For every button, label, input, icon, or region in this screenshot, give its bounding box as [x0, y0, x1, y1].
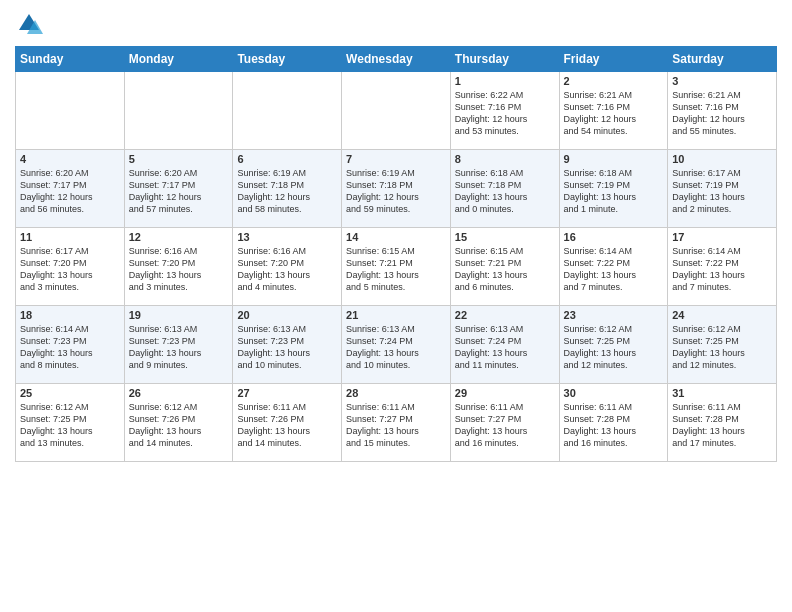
day-cell-13: 13Sunrise: 6:16 AM Sunset: 7:20 PM Dayli… — [233, 228, 342, 306]
day-info: Sunrise: 6:13 AM Sunset: 7:24 PM Dayligh… — [455, 323, 555, 372]
day-number: 2 — [564, 75, 664, 87]
weekday-header-row: SundayMondayTuesdayWednesdayThursdayFrid… — [16, 47, 777, 72]
day-number: 3 — [672, 75, 772, 87]
day-number: 18 — [20, 309, 120, 321]
day-info: Sunrise: 6:18 AM Sunset: 7:19 PM Dayligh… — [564, 167, 664, 216]
day-number: 29 — [455, 387, 555, 399]
day-info: Sunrise: 6:19 AM Sunset: 7:18 PM Dayligh… — [346, 167, 446, 216]
day-number: 26 — [129, 387, 229, 399]
day-cell-24: 24Sunrise: 6:12 AM Sunset: 7:25 PM Dayli… — [668, 306, 777, 384]
day-info: Sunrise: 6:12 AM Sunset: 7:25 PM Dayligh… — [20, 401, 120, 450]
day-cell-15: 15Sunrise: 6:15 AM Sunset: 7:21 PM Dayli… — [450, 228, 559, 306]
day-cell-30: 30Sunrise: 6:11 AM Sunset: 7:28 PM Dayli… — [559, 384, 668, 462]
day-number: 6 — [237, 153, 337, 165]
day-info: Sunrise: 6:11 AM Sunset: 7:27 PM Dayligh… — [455, 401, 555, 450]
day-cell-27: 27Sunrise: 6:11 AM Sunset: 7:26 PM Dayli… — [233, 384, 342, 462]
day-cell-18: 18Sunrise: 6:14 AM Sunset: 7:23 PM Dayli… — [16, 306, 125, 384]
day-cell-17: 17Sunrise: 6:14 AM Sunset: 7:22 PM Dayli… — [668, 228, 777, 306]
day-number: 14 — [346, 231, 446, 243]
day-number: 25 — [20, 387, 120, 399]
week-row-5: 25Sunrise: 6:12 AM Sunset: 7:25 PM Dayli… — [16, 384, 777, 462]
logo — [15, 10, 47, 38]
weekday-header-monday: Monday — [124, 47, 233, 72]
day-info: Sunrise: 6:15 AM Sunset: 7:21 PM Dayligh… — [346, 245, 446, 294]
day-number: 1 — [455, 75, 555, 87]
day-info: Sunrise: 6:11 AM Sunset: 7:27 PM Dayligh… — [346, 401, 446, 450]
day-cell-25: 25Sunrise: 6:12 AM Sunset: 7:25 PM Dayli… — [16, 384, 125, 462]
day-number: 31 — [672, 387, 772, 399]
weekday-header-tuesday: Tuesday — [233, 47, 342, 72]
day-info: Sunrise: 6:11 AM Sunset: 7:28 PM Dayligh… — [672, 401, 772, 450]
day-cell-1: 1Sunrise: 6:22 AM Sunset: 7:16 PM Daylig… — [450, 72, 559, 150]
day-info: Sunrise: 6:11 AM Sunset: 7:28 PM Dayligh… — [564, 401, 664, 450]
day-cell-3: 3Sunrise: 6:21 AM Sunset: 7:16 PM Daylig… — [668, 72, 777, 150]
day-number: 21 — [346, 309, 446, 321]
day-number: 27 — [237, 387, 337, 399]
day-number: 19 — [129, 309, 229, 321]
day-cell-21: 21Sunrise: 6:13 AM Sunset: 7:24 PM Dayli… — [342, 306, 451, 384]
day-cell-28: 28Sunrise: 6:11 AM Sunset: 7:27 PM Dayli… — [342, 384, 451, 462]
week-row-1: 1Sunrise: 6:22 AM Sunset: 7:16 PM Daylig… — [16, 72, 777, 150]
day-info: Sunrise: 6:20 AM Sunset: 7:17 PM Dayligh… — [129, 167, 229, 216]
day-cell-16: 16Sunrise: 6:14 AM Sunset: 7:22 PM Dayli… — [559, 228, 668, 306]
week-row-3: 11Sunrise: 6:17 AM Sunset: 7:20 PM Dayli… — [16, 228, 777, 306]
header — [15, 10, 777, 38]
day-cell-4: 4Sunrise: 6:20 AM Sunset: 7:17 PM Daylig… — [16, 150, 125, 228]
day-info: Sunrise: 6:21 AM Sunset: 7:16 PM Dayligh… — [564, 89, 664, 138]
day-number: 10 — [672, 153, 772, 165]
day-cell-9: 9Sunrise: 6:18 AM Sunset: 7:19 PM Daylig… — [559, 150, 668, 228]
day-info: Sunrise: 6:15 AM Sunset: 7:21 PM Dayligh… — [455, 245, 555, 294]
day-number: 28 — [346, 387, 446, 399]
day-info: Sunrise: 6:13 AM Sunset: 7:23 PM Dayligh… — [129, 323, 229, 372]
day-info: Sunrise: 6:14 AM Sunset: 7:22 PM Dayligh… — [564, 245, 664, 294]
day-number: 23 — [564, 309, 664, 321]
day-info: Sunrise: 6:17 AM Sunset: 7:20 PM Dayligh… — [20, 245, 120, 294]
day-cell-19: 19Sunrise: 6:13 AM Sunset: 7:23 PM Dayli… — [124, 306, 233, 384]
empty-cell — [124, 72, 233, 150]
day-cell-31: 31Sunrise: 6:11 AM Sunset: 7:28 PM Dayli… — [668, 384, 777, 462]
day-number: 20 — [237, 309, 337, 321]
day-cell-10: 10Sunrise: 6:17 AM Sunset: 7:19 PM Dayli… — [668, 150, 777, 228]
day-number: 8 — [455, 153, 555, 165]
day-cell-2: 2Sunrise: 6:21 AM Sunset: 7:16 PM Daylig… — [559, 72, 668, 150]
day-cell-11: 11Sunrise: 6:17 AM Sunset: 7:20 PM Dayli… — [16, 228, 125, 306]
day-number: 4 — [20, 153, 120, 165]
weekday-header-thursday: Thursday — [450, 47, 559, 72]
day-number: 16 — [564, 231, 664, 243]
day-number: 9 — [564, 153, 664, 165]
day-info: Sunrise: 6:16 AM Sunset: 7:20 PM Dayligh… — [129, 245, 229, 294]
day-cell-5: 5Sunrise: 6:20 AM Sunset: 7:17 PM Daylig… — [124, 150, 233, 228]
day-number: 17 — [672, 231, 772, 243]
day-info: Sunrise: 6:20 AM Sunset: 7:17 PM Dayligh… — [20, 167, 120, 216]
day-cell-8: 8Sunrise: 6:18 AM Sunset: 7:18 PM Daylig… — [450, 150, 559, 228]
day-number: 24 — [672, 309, 772, 321]
day-number: 30 — [564, 387, 664, 399]
day-number: 22 — [455, 309, 555, 321]
day-cell-29: 29Sunrise: 6:11 AM Sunset: 7:27 PM Dayli… — [450, 384, 559, 462]
day-info: Sunrise: 6:11 AM Sunset: 7:26 PM Dayligh… — [237, 401, 337, 450]
day-info: Sunrise: 6:13 AM Sunset: 7:23 PM Dayligh… — [237, 323, 337, 372]
day-info: Sunrise: 6:21 AM Sunset: 7:16 PM Dayligh… — [672, 89, 772, 138]
day-number: 5 — [129, 153, 229, 165]
empty-cell — [16, 72, 125, 150]
day-number: 13 — [237, 231, 337, 243]
day-cell-26: 26Sunrise: 6:12 AM Sunset: 7:26 PM Dayli… — [124, 384, 233, 462]
day-cell-20: 20Sunrise: 6:13 AM Sunset: 7:23 PM Dayli… — [233, 306, 342, 384]
day-cell-12: 12Sunrise: 6:16 AM Sunset: 7:20 PM Dayli… — [124, 228, 233, 306]
weekday-header-sunday: Sunday — [16, 47, 125, 72]
page: SundayMondayTuesdayWednesdayThursdayFrid… — [0, 0, 792, 612]
weekday-header-wednesday: Wednesday — [342, 47, 451, 72]
day-info: Sunrise: 6:12 AM Sunset: 7:25 PM Dayligh… — [672, 323, 772, 372]
day-info: Sunrise: 6:16 AM Sunset: 7:20 PM Dayligh… — [237, 245, 337, 294]
calendar: SundayMondayTuesdayWednesdayThursdayFrid… — [15, 46, 777, 462]
day-info: Sunrise: 6:22 AM Sunset: 7:16 PM Dayligh… — [455, 89, 555, 138]
day-info: Sunrise: 6:19 AM Sunset: 7:18 PM Dayligh… — [237, 167, 337, 216]
day-number: 15 — [455, 231, 555, 243]
day-info: Sunrise: 6:17 AM Sunset: 7:19 PM Dayligh… — [672, 167, 772, 216]
day-number: 12 — [129, 231, 229, 243]
weekday-header-friday: Friday — [559, 47, 668, 72]
day-info: Sunrise: 6:18 AM Sunset: 7:18 PM Dayligh… — [455, 167, 555, 216]
day-number: 11 — [20, 231, 120, 243]
day-info: Sunrise: 6:13 AM Sunset: 7:24 PM Dayligh… — [346, 323, 446, 372]
day-cell-7: 7Sunrise: 6:19 AM Sunset: 7:18 PM Daylig… — [342, 150, 451, 228]
